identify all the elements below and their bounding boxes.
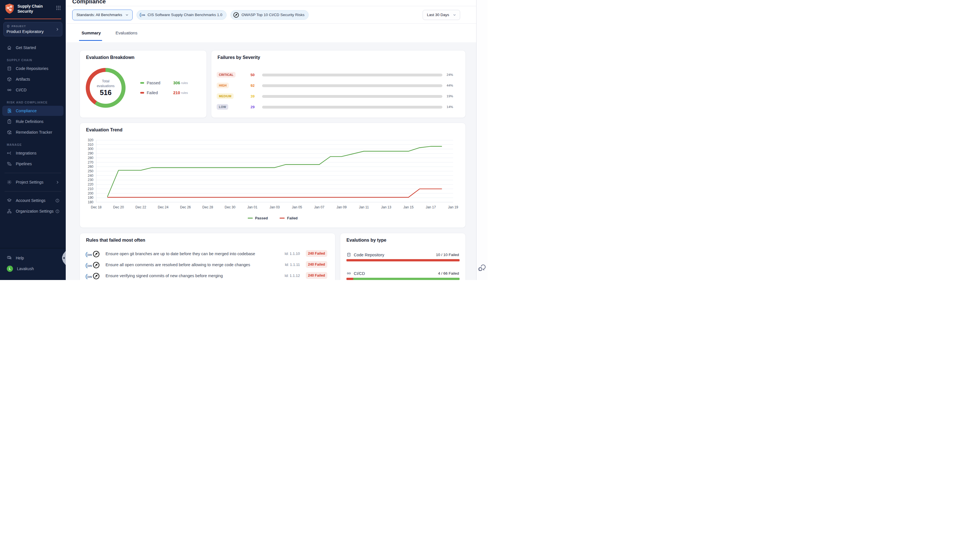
chip-label: CIS Software Supply Chain Benchmarks 1.0 [147, 13, 222, 17]
severity-row-high: HIGH9244% [211, 83, 466, 89]
trend-line-passed [107, 146, 442, 197]
page-title: Compliance [72, 0, 476, 5]
card-evaluations-by-type: Evalutions by type Code Repository10 / 1… [340, 233, 466, 280]
info-icon [55, 209, 60, 213]
right-rail [476, 0, 488, 280]
trend-legend: PassedFailed [80, 216, 466, 220]
benchmark-chip-owasp[interactable]: OWASP Top 10 CI/CD Security Risks [230, 10, 309, 20]
type-bar-failed [346, 278, 353, 280]
rule-row[interactable]: CISEnsure verifying signed commits of ne… [80, 272, 335, 280]
chip-label: OWASP Top 10 CI/CD Security Risks [242, 13, 304, 17]
grid-icon[interactable] [55, 5, 61, 11]
svg-text:Dec 26: Dec 26 [180, 205, 191, 209]
severity-bar-track [262, 106, 442, 108]
svg-text:290: 290 [88, 152, 93, 155]
org-icon [7, 209, 12, 214]
sidebar-item-compliance[interactable]: Compliance [2, 106, 63, 116]
sidebar-item-artifacts[interactable]: Artifacts [2, 74, 63, 84]
svg-text:Jan 11: Jan 11 [359, 205, 369, 209]
chevron-down-icon [125, 13, 129, 17]
svg-text:CIS: CIS [141, 14, 145, 17]
rule-id: Id: 1.1.12 [277, 273, 300, 278]
sidebar-item-organization-settings[interactable]: Organization Settings [2, 206, 63, 216]
legend-label: Passed [255, 216, 268, 220]
rule-row[interactable]: CISEnsure all open comments are resolved… [80, 261, 335, 270]
type-row-ci-cd: CI/CD [346, 271, 365, 276]
sidebar-item-label: Remediation Tracker [16, 130, 52, 135]
sidebar-item-code-repositories[interactable]: Code Repositories [2, 63, 63, 73]
severity-row-medium: MEDIUM3919% [211, 93, 466, 100]
chevron-right-icon [55, 180, 60, 184]
severity-count: 92 [250, 83, 254, 88]
svg-text:Dec 20: Dec 20 [113, 205, 124, 209]
sidebar-item-integrations[interactable]: Integrations [2, 148, 63, 158]
svg-text:Jan 01: Jan 01 [247, 205, 257, 209]
sidebar-item-rule-definitions[interactable]: Rule Definitions [2, 117, 63, 127]
owasp-icon [92, 250, 100, 258]
owasp-icon [92, 272, 100, 280]
legend-unit: rules [181, 91, 188, 95]
card-failures-by-severity: Failures by Severity CRITICAL5024%HIGH92… [211, 50, 466, 118]
svg-text:Jan 13: Jan 13 [381, 205, 391, 209]
date-range-dropdown[interactable]: Last 30 Days [422, 10, 460, 20]
infinity-icon [7, 87, 12, 92]
tab-evaluations[interactable]: Evaluations [115, 30, 137, 35]
severity-badge: MEDIUM [217, 93, 234, 99]
sidebar: Supply ChainSecurity PROJECT Product Exp… [0, 0, 66, 280]
legend-label: Passed [147, 81, 167, 85]
rule-id: Id: 1.1.11 [277, 263, 300, 267]
svg-text:230: 230 [88, 178, 93, 182]
layers-icon [7, 198, 12, 203]
tab-summary[interactable]: Summary [82, 30, 101, 35]
donut-chart: Total evaluations 516 [86, 68, 125, 108]
svg-text:300: 300 [88, 147, 93, 151]
severity-bar-track [262, 95, 442, 98]
sidebar-item-account-settings[interactable]: Account Settings [2, 195, 63, 205]
sidebar-item-user[interactable]: L Lavakush [2, 263, 63, 274]
owasp-icon [233, 12, 239, 18]
trend-legend-failed: Failed [280, 216, 298, 220]
cis-icon: CIS [85, 251, 92, 258]
sidebar-item-ci-cd[interactable]: CI/CD [2, 85, 63, 95]
main-area: Compliance Standards: All Benchmarks CIS… [66, 0, 476, 280]
help-chat-icon [7, 255, 12, 260]
sidebar-item-label: Compliance [16, 108, 37, 113]
rule-failed-badge: 240 Failed [306, 261, 327, 268]
sidebar-item-help[interactable]: Help [2, 253, 63, 263]
svg-text:Jan 05: Jan 05 [292, 205, 302, 209]
severity-badge: LOW [217, 104, 228, 110]
sidebar-item-get-started[interactable]: Get Started [2, 43, 63, 53]
rule-row[interactable]: CISEnsure open git branches are up to da… [80, 250, 335, 258]
severity-percent: 19% [447, 95, 453, 98]
nav-section-label: SUPPLY CHAIN [7, 58, 59, 62]
legend-label: Failed [147, 90, 167, 95]
compliance-doc-icon [7, 108, 12, 113]
svg-text:280: 280 [88, 156, 93, 160]
project-settings-slot: Project Settings [0, 177, 66, 187]
card-evaluation-breakdown: Evaluation Breakdown Total evaluations 5… [80, 50, 207, 118]
card-title: Evaluation Breakdown [86, 55, 200, 60]
owasp-icon [92, 262, 100, 269]
standards-dropdown[interactable]: Standards: All Benchmarks [72, 10, 133, 20]
legend-swatch [140, 82, 144, 84]
svg-text:210: 210 [88, 187, 93, 191]
svg-text:Jan 19: Jan 19 [448, 205, 458, 209]
chat-widget-icon[interactable] [477, 263, 486, 272]
project-selector[interactable]: PROJECT Product Exploratory [3, 22, 62, 37]
svg-text:Dec 22: Dec 22 [135, 205, 146, 209]
severity-percent: 24% [447, 73, 453, 77]
brand: Supply ChainSecurity [0, 0, 66, 15]
svg-text:310: 310 [88, 143, 93, 147]
collapse-arrow-icon [63, 257, 65, 259]
integrations-icon [7, 150, 12, 156]
sidebar-item-label: Account Settings [16, 198, 45, 203]
project-label: PROJECT [7, 25, 59, 28]
active-tab-underline [79, 40, 102, 41]
sidebar-item-pipelines[interactable]: Pipelines [2, 159, 63, 169]
type-label: CI/CD [354, 271, 365, 276]
sidebar-item-label: Integrations [16, 151, 37, 155]
sidebar-item-remediation-tracker[interactable]: Remediation Tracker [2, 127, 63, 137]
benchmark-chip-cis[interactable]: CIS CIS Software Supply Chain Benchmarks… [137, 10, 227, 20]
sidebar-item-project-settings[interactable]: Project Settings [2, 177, 63, 187]
cis-icon: CIS [85, 273, 92, 280]
